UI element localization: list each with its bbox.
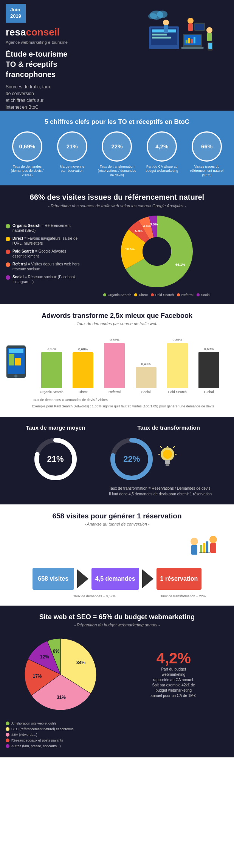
- legend-text: Direct = Favoris navigateurs, saisie de …: [12, 236, 81, 246]
- stat-item: 4,2% Part du CA alloué au budget webmark…: [140, 131, 183, 173]
- stat-circle: 66%: [192, 131, 222, 162]
- seo-big-number: 4,2%: [157, 650, 191, 667]
- pie-slice-label: 5.9%: [135, 229, 143, 233]
- seo-slice-label: 6%: [53, 648, 60, 654]
- svg-rect-15: [194, 37, 195, 43]
- bar-chart-area: 0,69% Organic Search 0,68% Direct 0,86% …: [32, 333, 228, 409]
- taux-marge-value: 21%: [47, 454, 64, 464]
- legend-list: Organic Search = Référencement naturel (…: [6, 223, 81, 287]
- svg-rect-38: [165, 460, 170, 462]
- legend-text: Social = Réseaux sociaux (Facebook, Inst…: [12, 274, 81, 284]
- stat-circle: 21%: [57, 131, 87, 162]
- taux-marge: Taux de marge moyen 21%: [6, 424, 105, 482]
- svg-rect-50: [200, 545, 202, 553]
- svg-rect-11: [181, 47, 204, 49]
- pie-container: 66.1%18.5%5.9%4.9%3.5% Organic Search Di…: [85, 214, 228, 297]
- seo-legend-item: SEA (Adwords...): [6, 733, 228, 737]
- seo-legend-dot: [6, 744, 9, 748]
- legend-item: Organic Search = Référencement naturel (…: [6, 223, 81, 233]
- traffic-section: 66% des visites issues du référencement …: [0, 185, 234, 304]
- taux-marge-title: Taux de marge moyen: [26, 424, 85, 431]
- stat-item: 66% Visites issues du référencement natu…: [185, 131, 228, 178]
- svg-rect-19: [208, 43, 212, 49]
- stat-label: Marge moyenne par réservation: [60, 165, 84, 173]
- seo-legend-item: Amélioration site web et outils: [6, 722, 228, 725]
- svg-rect-51: [203, 543, 205, 553]
- seo-legend: Amélioration site web et outils SEO (réf…: [6, 722, 228, 748]
- seo-legend-text: Autres (fam, presse, concours...): [11, 744, 61, 748]
- svg-rect-13: [188, 38, 190, 43]
- tablet-illustration: [6, 333, 28, 380]
- svg-point-7: [188, 18, 194, 24]
- seo-number-label: Part du budget webmarketing rapportée au…: [150, 667, 197, 698]
- seo-slice-label: 31%: [57, 695, 66, 700]
- seo-legend-item: SEO (référencement naturel) et contenus: [6, 727, 228, 731]
- bar-label: Referral: [108, 390, 121, 394]
- taux-transformation-circle: 22%: [109, 436, 154, 482]
- legend-text: Paid Search = Google Adwords essentielle…: [12, 249, 81, 259]
- bar-item: 0,69% Global: [193, 347, 225, 394]
- bar-label: Social: [141, 390, 151, 394]
- pie-label-text: Direct: [139, 293, 148, 297]
- pie-slice-label: 18.5%: [125, 247, 135, 251]
- svg-point-48: [209, 536, 217, 543]
- svg-rect-30: [15, 358, 21, 365]
- header-section: Juin 2019 resaconseil Agence webmarketin…: [0, 0, 234, 111]
- pie-bottom-label: Direct: [134, 293, 148, 297]
- bar-label: Paid Search: [168, 390, 187, 394]
- stat-circle: 0,69%: [12, 131, 42, 162]
- seo-legend-text: Amélioration site web et outils: [11, 722, 56, 725]
- traffic-subtitle: - Répartition des sources de trafic web …: [6, 204, 228, 208]
- svg-line-43: [173, 446, 175, 448]
- pie-slice-label: 3.5%: [150, 222, 158, 226]
- svg-rect-17: [207, 33, 212, 41]
- adwords-section: Adwords transforme 2,5x mieux que Facebo…: [0, 304, 234, 417]
- adwords-title: Adwords transforme 2,5x mieux que Facebo…: [6, 312, 228, 320]
- bar-value: 0,86%: [173, 338, 183, 342]
- pie-label-dot: [103, 293, 106, 296]
- seo-subtitle: - Répartition du budget webmarketing ann…: [6, 623, 228, 627]
- seo-legend-item: Autres (fam, presse, concours...): [6, 744, 228, 748]
- bar-rect: [198, 352, 219, 388]
- seo-legend-dot: [6, 727, 9, 731]
- funnel-arrow-2: [142, 569, 153, 588]
- bar-label: Direct: [79, 390, 88, 394]
- bar-label: Global: [204, 390, 214, 394]
- header-text: Juin 2019 resaconseil Agence webmarketin…: [6, 4, 145, 111]
- date-badge: Juin 2019: [6, 4, 26, 23]
- legend-item: Referral = Visites depuis sites web hors…: [6, 262, 81, 271]
- bar-item: 0,86% Paid Search: [162, 338, 193, 394]
- seo-slice-label: 12%: [40, 654, 49, 660]
- pie-label-dot: [151, 293, 154, 296]
- funnel-illustration: [6, 534, 228, 564]
- pie-hole: [143, 237, 171, 266]
- bar-value: 0,68%: [78, 347, 88, 351]
- bar-value: 0,69%: [47, 347, 57, 351]
- pie-label-text: Organic Search: [108, 293, 132, 297]
- stats-section: 5 chiffres clefs pour les TO et réceptif…: [0, 111, 234, 185]
- taux-transformation-value: 22%: [123, 454, 140, 464]
- stat-label: Part du CA alloué au budget webmarketing: [146, 165, 178, 173]
- logo-subtitle: Agence webmarketing e-tourisme: [6, 40, 141, 45]
- funnel-section: 658 visites pour générer 1 réservation -…: [0, 504, 234, 606]
- stat-circle: 4,2%: [147, 131, 177, 162]
- funnel-label-left: Taux de demandes = 0,69%: [73, 594, 116, 598]
- svg-point-37: [163, 450, 172, 459]
- taux-section: Taux de marge moyen 21% Taux de transfor…: [0, 417, 234, 504]
- pie-label-dot: [177, 293, 180, 296]
- funnel-title: 658 visites pour générer 1 réservation: [6, 512, 228, 520]
- svg-point-46: [191, 538, 198, 545]
- svg-point-31: [14, 375, 17, 378]
- taux-transformation: Taux de transformation 22%: [109, 424, 228, 497]
- seo-legend-dot: [6, 738, 9, 742]
- stat-label: Visites issues du référencement naturel …: [190, 165, 223, 178]
- seo-title: Site web et SEO = 65% du budget webmarke…: [6, 613, 228, 621]
- legend-item: Social = Réseaux sociaux (Facebook, Inst…: [6, 274, 81, 284]
- seo-slice-label: 34%: [76, 660, 85, 665]
- funnel-subtitle: - Analyse du tunnel de conversion -: [6, 522, 228, 526]
- funnel-visits: 658 visites: [33, 568, 74, 590]
- funnel-demands-label: 4,5 demandes: [95, 575, 135, 582]
- legend-dot: [6, 275, 10, 280]
- bar-note-2: Exemple pour Paid Search (Adwords) : 1.0…: [32, 404, 228, 409]
- svg-rect-3: [152, 34, 167, 35]
